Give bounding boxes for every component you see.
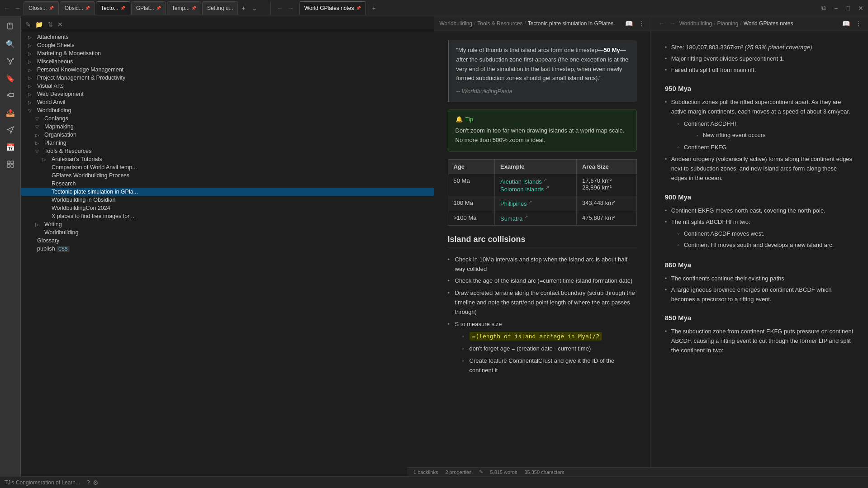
list-item: Continent ABCDF moves west. <box>671 228 854 240</box>
table-header-example: Example <box>495 159 577 174</box>
tree-item-webdev[interactable]: ▷ Web Development <box>21 90 434 98</box>
close-button[interactable]: ✕ <box>855 3 866 13</box>
sidebar-icon-bookmark[interactable]: 🔖 <box>4 71 17 85</box>
right-pane-forward[interactable]: → <box>668 19 678 28</box>
settings-icon[interactable]: ⚙ <box>93 479 99 486</box>
layout-button[interactable]: ⧉ <box>819 3 829 13</box>
tip-header: 🔔 Tip <box>455 116 629 123</box>
footer-bar: TJ's Conglomeration of Learn... ? ⚙ <box>0 476 868 488</box>
tree-item-x-places[interactable]: ▷ X places to find free images for ... <box>21 212 434 220</box>
sidebar-icon-send[interactable] <box>4 123 17 137</box>
aleutian-islands-link[interactable]: Aleutian Islands ↗ <box>500 177 571 185</box>
right-open-reader-button[interactable]: 📖 <box>841 19 851 28</box>
footer-icons: ? ⚙ <box>86 479 99 486</box>
tree-item-label: Visual Arts <box>37 83 64 89</box>
tree-item-world-anvil[interactable]: ▷ World Anvil <box>21 98 434 106</box>
breadcrumb-tools[interactable]: Tools & Resources <box>477 20 522 27</box>
right-new-tab-button[interactable]: + <box>370 4 379 13</box>
sidebar-icon-graph[interactable] <box>4 54 17 68</box>
tab-setting[interactable]: Setting u... <box>202 1 238 15</box>
tree-item-tools-resources[interactable]: ▽ Tools & Resources <box>21 147 434 155</box>
tree-item-label: Tools & Resources <box>44 148 91 154</box>
tree-item-pkm[interactable]: ▷ Personal Knowledge Management <box>21 66 434 74</box>
help-icon[interactable]: ? <box>86 479 90 486</box>
tree-item-pm[interactable]: ▷ Project Management & Productivity <box>21 74 434 82</box>
chevron-icon: ▷ <box>28 59 35 64</box>
sidebar-icon-search[interactable]: 🔍 <box>4 37 17 51</box>
tree-item-wbcon[interactable]: ▷ WorldbuildingCon 2024 <box>21 204 434 212</box>
tab-obsid[interactable]: Obsid... 📌 <box>60 1 95 15</box>
new-note-button[interactable]: ✎ <box>24 20 32 29</box>
forward-button[interactable]: → <box>13 4 23 13</box>
tree-item-research[interactable]: ▷ Research <box>21 180 434 188</box>
tree-item-worldbuilding[interactable]: ▽ Worldbuilding <box>21 106 434 114</box>
tree-item-marketing[interactable]: ▷ Marketing & Monetisation <box>21 49 434 57</box>
tree-item-comparison[interactable]: ▷ Comparison of World Anvil temp... <box>21 163 434 171</box>
tree-item-conlangs[interactable]: ▽ Conlangs <box>21 114 434 123</box>
more-tabs-button[interactable]: ⌄ <box>249 4 260 13</box>
breadcrumb-planning-r[interactable]: Planning <box>717 20 739 27</box>
tree-item-mapmaking[interactable]: ▽ Mapmaking <box>21 123 434 131</box>
tree-item-visual-arts[interactable]: ▷ Visual Arts <box>21 82 434 90</box>
right-forward-button[interactable]: → <box>286 4 296 13</box>
tab-world-gplates[interactable]: World GPlates notes 📌 <box>299 1 366 15</box>
tree-item-tectonic[interactable]: ▷ Tectonic plate simulation in GPla... <box>21 188 434 196</box>
minimize-button[interactable]: − <box>831 3 840 13</box>
tab-gplat[interactable]: GPlat... 📌 <box>131 1 166 15</box>
tab-tecto[interactable]: Tecto... 📌 <box>96 1 130 15</box>
breadcrumb-worldbuilding[interactable]: Worldbuilding <box>440 20 473 27</box>
solomon-islands-link[interactable]: Solomon Islands ↗ <box>500 185 571 193</box>
table-row: 100 Ma Phillipines ↗ 343,448 km² <box>448 196 636 211</box>
sort-button[interactable]: ⇅ <box>47 20 54 29</box>
tree-item-glossary[interactable]: ▷ Glossary <box>21 237 434 245</box>
tree-item-planning[interactable]: ▷ Planning <box>21 139 434 147</box>
right-more-options-button[interactable]: ⋮ <box>854 19 863 28</box>
sidebar-icon-publish[interactable]: 📤 <box>4 106 17 119</box>
tab-temp[interactable]: Temp... 📌 <box>167 1 201 15</box>
tab-label: Gloss... <box>28 5 47 11</box>
section-900mya: 900 Mya <box>665 193 854 201</box>
maximize-button[interactable]: □ <box>844 3 853 13</box>
breadcrumb-worldbuilding-r[interactable]: Worldbuilding <box>679 20 712 27</box>
list-item: Continent EKFG moves north east, coverin… <box>665 205 854 217</box>
list-item: S to measure size =(length of island arc… <box>448 318 637 384</box>
tree-item-wb-obsidian[interactable]: ▷ Worldbuilding in Obsidian <box>21 196 434 204</box>
sidebar-icon-files[interactable] <box>4 20 17 33</box>
more-options-button[interactable]: ⋮ <box>637 19 645 28</box>
sidebar-icon-tags[interactable]: 🏷 <box>4 89 17 102</box>
tree-item-publish[interactable]: ▷ publish CSS <box>21 245 434 253</box>
table-cell-age: 100 Ma <box>448 196 495 211</box>
tree-item-misc[interactable]: ▷ Miscellaneous <box>21 57 434 66</box>
phillipines-link[interactable]: Phillipines ↗ <box>500 199 571 207</box>
section-950mya: 950 Mya <box>665 85 854 92</box>
tree-item-writing[interactable]: ▷ Writing <box>21 220 434 228</box>
right-back-button[interactable]: ← <box>275 4 285 13</box>
right-pane-back[interactable]: ← <box>657 19 667 28</box>
new-folder-button[interactable]: 📁 <box>34 20 44 29</box>
tab-label: GPlat... <box>136 5 154 11</box>
quote-author: -- WorldbuildingPasta <box>456 87 630 96</box>
back-button[interactable]: ← <box>2 4 12 13</box>
sidebar-icon-grid[interactable] <box>4 157 17 171</box>
tree-item-wb2[interactable]: ▷ Worldbuilding <box>21 228 434 237</box>
close-sidebar-button[interactable]: ✕ <box>57 20 64 29</box>
chevron-icon: ▷ <box>35 141 43 146</box>
tree-item-label: publish CSS <box>37 246 70 252</box>
open-reader-button[interactable]: 📖 <box>624 19 634 28</box>
tab-gloss[interactable]: Gloss... 📌 <box>24 1 59 15</box>
new-tab-button[interactable]: + <box>239 4 248 13</box>
sumatra-link[interactable]: Sumatra ↗ <box>500 214 571 222</box>
tree-item-organisation[interactable]: ▷ Organisation <box>21 131 434 139</box>
sidebar-icon-rail: 🔍 🔖 🏷 📤 📅 <box>0 16 21 476</box>
tree-item-label: Artifexian's Tutorials <box>52 156 102 162</box>
tab-label: Obsid... <box>65 5 83 11</box>
table-cell-example: Sumatra ↗ <box>495 211 577 225</box>
tree-item-gplates-process[interactable]: ▷ GPlates Worldbuilding Process <box>21 171 434 180</box>
tree-item-google-sheets[interactable]: ▷ Google Sheets <box>21 41 434 49</box>
chevron-icon: ▷ <box>28 67 35 72</box>
sidebar-icon-calendar[interactable]: 📅 <box>4 140 17 154</box>
island-arc-heading: Island arc collisions <box>448 235 637 247</box>
tree-item-attachments[interactable]: ▷ Attachments <box>21 33 434 41</box>
tree-item-artifexian[interactable]: ▷ Artifexian's Tutorials <box>21 155 434 163</box>
vault-name: TJ's Conglomeration of Learn... <box>5 479 80 486</box>
